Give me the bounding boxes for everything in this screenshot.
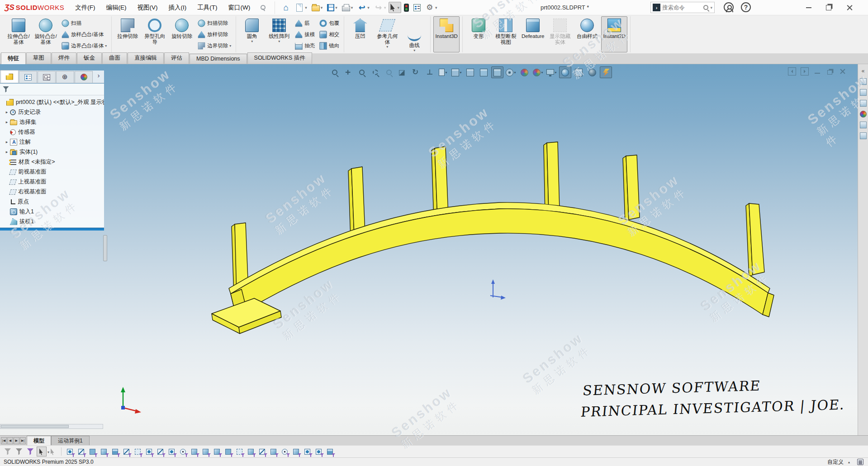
section-view-icon[interactable] (396, 66, 408, 78)
filter-datum-targets-icon[interactable] (280, 447, 289, 457)
tab-direct-editing[interactable]: 直接编辑 (128, 52, 164, 64)
menu-edit[interactable]: 编辑(E) (102, 2, 131, 14)
doc-close-icon[interactable] (839, 67, 847, 75)
customize-label[interactable]: 自定义 (827, 458, 844, 466)
graphics-area[interactable]: ▾▾▾▾▾ SENSNOW SOFTWARE PRINCIPAL INVESTI… (0, 64, 858, 435)
tree-item-material[interactable]: 材质 <未指定> (0, 157, 104, 167)
menu-window[interactable]: 窗口(W) (224, 2, 255, 14)
boundary-boss-button[interactable]: 边界凸台/基体▾ (60, 40, 109, 51)
panel-expand-icon[interactable]: › (95, 71, 102, 79)
hole-wizard-button[interactable]: 异型孔向导 (142, 16, 168, 52)
top-view-icon[interactable] (464, 66, 476, 78)
reference-geometry-button-dropdown-icon[interactable]: ▾ (386, 45, 388, 49)
revolved-boss-button[interactable]: 旋转凸台/基体 (33, 16, 59, 52)
undo-icon-caret[interactable]: ▾ (367, 5, 370, 10)
save-icon[interactable]: ▾ (325, 2, 339, 13)
tree-item-history[interactable]: ▸历史记录 (0, 107, 104, 117)
filter-edges-icon[interactable] (76, 447, 86, 457)
filter-notes-icon[interactable] (234, 447, 244, 457)
file-properties-icon[interactable] (412, 2, 422, 13)
swept-boss-button[interactable]: 扫描 (60, 18, 109, 28)
display-style-icon-caret[interactable]: ▾ (514, 71, 516, 75)
shadows-view-icon[interactable] (559, 66, 571, 78)
show-hide-bodies-button[interactable]: 显示隐藏实体 (547, 16, 573, 52)
filter-sketch-points-icon[interactable] (144, 447, 154, 457)
tab-solidworks-addins[interactable]: SOLIDWORKS 插件 (247, 52, 312, 64)
perspective-icon[interactable] (573, 66, 585, 78)
select-icon[interactable]: ▾ (389, 2, 401, 13)
tree-item-origin[interactable]: 原点 (0, 197, 104, 207)
search-input[interactable] (662, 5, 702, 11)
filter-faces-icon[interactable] (87, 447, 97, 457)
model-tab[interactable]: 模型 (27, 436, 51, 445)
filter-blocks-icon[interactable] (325, 447, 335, 457)
prev-tab-icon[interactable]: ◀ (7, 437, 13, 444)
featuremanager-tree-tab[interactable] (0, 70, 19, 83)
wrap-button[interactable]: 包覆 (318, 18, 341, 28)
tile-previous-icon[interactable] (788, 67, 796, 75)
clear-all-filters-icon[interactable] (3, 447, 13, 457)
last-tab-icon[interactable]: ▶| (20, 437, 26, 444)
zoom-to-fit-icon[interactable] (328, 66, 341, 78)
status-tag-icon[interactable] (857, 459, 863, 465)
tree-item-sensors[interactable]: 传感器 (0, 127, 104, 137)
options-icon-caret[interactable]: ▾ (435, 5, 437, 10)
tree-item-imported1[interactable]: 输入1 (0, 207, 104, 217)
instant3d-button[interactable]: Instant3D (433, 16, 460, 52)
tree-item-solid-bodies-expand-icon[interactable]: ▸ (4, 150, 10, 154)
filter-center-marks-icon[interactable] (178, 447, 188, 457)
rib-button[interactable]: 筋 (293, 18, 317, 28)
menu-tools[interactable]: 工具(T) (193, 2, 222, 14)
pin-menu-icon[interactable] (259, 4, 266, 11)
lofted-cut-button[interactable]: 放样切除 (196, 29, 233, 40)
tab-sketch[interactable]: 草图 (26, 52, 51, 64)
tree-item-annotations[interactable]: ▸注解 (0, 137, 104, 147)
home-icon[interactable] (280, 1, 292, 14)
filter-axes-icon[interactable] (121, 447, 131, 457)
customize-caret-icon[interactable]: ▴ (848, 460, 850, 464)
tree-item-front-plane[interactable]: 前视基准面 (0, 167, 104, 177)
filter-solid-bodies-icon[interactable] (110, 447, 120, 457)
zoom-to-area-icon[interactable] (356, 66, 368, 78)
revolved-cut-button[interactable]: 旋转切除 (169, 16, 195, 52)
search-box[interactable]: › ▾ (650, 2, 715, 13)
front-view-icon-caret[interactable]: ▾ (460, 71, 461, 75)
freestyle-button[interactable]: 自由样式 (574, 16, 600, 52)
tree-item-selection-sets-expand-icon[interactable]: ▸ (4, 120, 10, 124)
open-icon[interactable]: ▾ (310, 2, 325, 13)
home-taskpane-icon[interactable] (860, 78, 867, 85)
curves-button-dropdown-icon[interactable]: ▾ (413, 49, 415, 52)
linear-pattern-button[interactable]: 线性阵列▾ (266, 16, 292, 52)
shaded-with-edges-icon[interactable] (491, 66, 503, 78)
filter-vertices-icon[interactable] (65, 447, 75, 457)
boundary-boss-button-dropdown-icon[interactable]: ▾ (105, 44, 107, 48)
indent-button[interactable]: 压凹 (347, 16, 373, 52)
toggle-selection-filters-icon[interactable] (25, 447, 35, 457)
camera-icon[interactable] (586, 66, 598, 78)
filter-connection-points-icon[interactable] (313, 447, 323, 457)
filter-threads-icon[interactable] (189, 447, 199, 457)
extruded-boss-button[interactable]: 拉伸凸台/基体 (5, 16, 32, 52)
panel-resize-handle[interactable] (103, 235, 107, 261)
display-style-icon[interactable]: ▾ (505, 66, 517, 78)
tree-item-top-plane[interactable]: 上视基准面 (0, 177, 104, 187)
swept-cut-button[interactable]: 扫描切除 (196, 18, 233, 28)
filter-midpoints-icon[interactable] (166, 447, 176, 457)
pan-icon[interactable] (342, 66, 354, 78)
first-tab-icon[interactable]: |◀ (1, 437, 7, 444)
tile-next-icon[interactable] (801, 67, 809, 75)
tab-mbd-dimensions[interactable]: MBD Dimensions (190, 54, 247, 64)
displaymanager-tab[interactable] (75, 71, 93, 83)
doc-restore-icon[interactable] (826, 67, 834, 75)
tree-item-history-expand-icon[interactable]: ▸ (4, 110, 10, 114)
undo-icon[interactable]: ▾ (356, 1, 371, 14)
filter-routing-points-icon[interactable] (302, 447, 312, 457)
scrollbar-thumb[interactable] (1, 425, 69, 428)
filter-dimensions-icon[interactable] (200, 447, 210, 457)
view-settings-icon[interactable]: ▾ (545, 66, 558, 78)
draft-button[interactable]: 拔模 (293, 29, 317, 40)
curves-button[interactable]: 曲线▾ (401, 16, 427, 52)
tree-item-selection-sets[interactable]: ▸选择集 (0, 117, 104, 127)
panel-horizontal-scrollbar[interactable] (0, 424, 103, 429)
collapse-taskpane-icon[interactable]: « (862, 68, 865, 74)
